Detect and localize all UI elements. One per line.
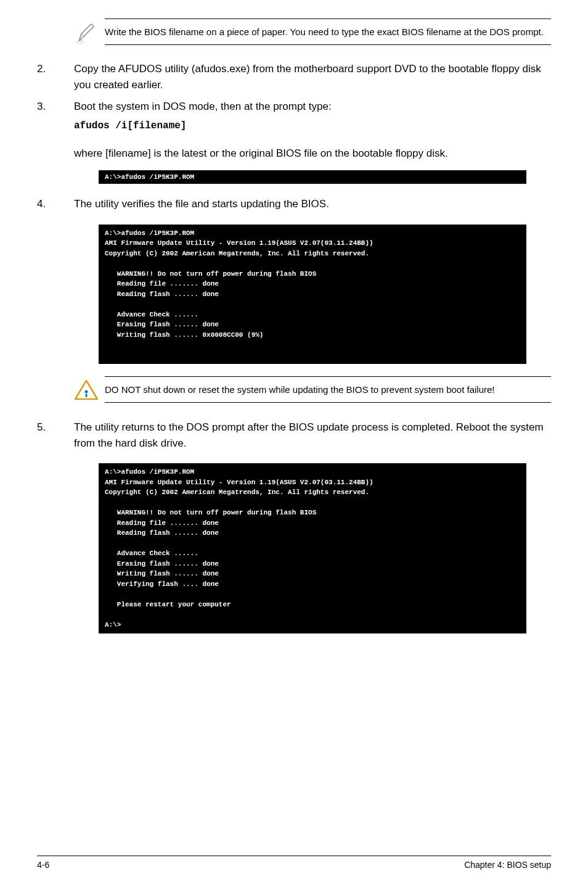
warning-text-1: DO NOT shut down or reset the system whi… xyxy=(105,376,551,403)
terminal-block-3: A:\>afudos /iP5K3P.ROM AMI Firmware Upda… xyxy=(99,463,526,633)
step-3-text-line: Boot the system in DOS mode, then at the… xyxy=(74,101,332,112)
terminal-block-2: A:\>afudos /iP5K3P.ROM AMI Firmware Upda… xyxy=(99,225,526,365)
step-5: 5. The utility returns to the DOS prompt… xyxy=(37,419,551,451)
step-3-text: Boot the system in DOS mode, then at the… xyxy=(74,99,551,133)
note-text-1: Write the BIOS filename on a piece of pa… xyxy=(105,19,551,45)
step-3-number: 3. xyxy=(37,99,74,133)
warning-box-1: DO NOT shut down or reset the system whi… xyxy=(74,376,551,404)
footer-chapter: Chapter 4: BIOS setup xyxy=(464,860,551,870)
terminal-block-1: A:\>afudos /iP5K3P.ROM xyxy=(99,170,526,184)
warning-triangle-icon xyxy=(74,376,105,404)
step-5-number: 5. xyxy=(37,419,74,451)
step-4: 4. The utility verifies the file and sta… xyxy=(37,196,551,212)
svg-point-1 xyxy=(85,390,88,394)
svg-rect-2 xyxy=(86,394,88,397)
svg-point-0 xyxy=(76,41,84,43)
step-3-subtext: where [filename] is the latest or the or… xyxy=(74,146,551,162)
step-4-text: The utility verifies the file and starts… xyxy=(74,196,551,212)
step-2-text: Copy the AFUDOS utility (afudos.exe) fro… xyxy=(74,61,551,93)
step-3-code: afudos /i[filename] xyxy=(74,118,551,133)
step-4-number: 4. xyxy=(37,196,74,212)
step-3: 3. Boot the system in DOS mode, then at … xyxy=(37,99,551,133)
page-footer: 4-6 Chapter 4: BIOS setup xyxy=(37,856,551,870)
step-2-number: 2. xyxy=(37,61,74,93)
pencil-icon xyxy=(74,19,105,49)
note-box-1: Write the BIOS filename on a piece of pa… xyxy=(74,19,551,49)
footer-page-number: 4-6 xyxy=(37,860,49,870)
step-2: 2. Copy the AFUDOS utility (afudos.exe) … xyxy=(37,61,551,93)
step-5-text: The utility returns to the DOS prompt af… xyxy=(74,419,551,451)
